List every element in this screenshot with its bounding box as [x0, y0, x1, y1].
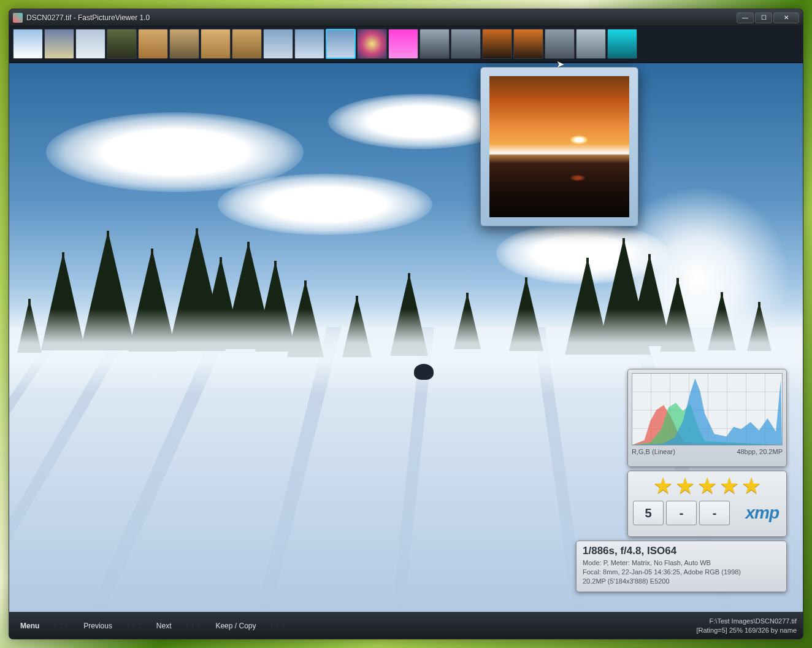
thumbnail[interactable] — [513, 29, 543, 59]
thumbnail[interactable] — [169, 29, 199, 59]
menu-button[interactable]: Menu — [15, 619, 44, 633]
status-label: [Rating=5] 25% 169/326 by name — [696, 626, 797, 635]
thumbnail-preview-popup — [480, 67, 638, 226]
app-window: DSCN0277.tif - FastPictureViewer 1.0 — ☐… — [9, 9, 803, 639]
histogram-mode-label: R,G,B (Linear) — [632, 448, 675, 455]
thumbnail[interactable] — [545, 29, 575, 59]
histogram-panel[interactable]: R,G,B (Linear) 48bpp, 20.2MP — [627, 369, 787, 467]
titlebar: DSCN0277.tif - FastPictureViewer 1.0 — ☐… — [9, 9, 803, 26]
separator-icon: : : : — [270, 622, 285, 629]
thumbnail[interactable] — [357, 29, 387, 59]
thumbnail[interactable] — [138, 29, 168, 59]
star-row: ★ ★ ★ ★ ★ — [633, 475, 781, 497]
exif-line-3: 20.2MP (5'184x3'888) E5200 — [583, 577, 780, 586]
star-3[interactable]: ★ — [697, 475, 717, 497]
xmp-label: xmp — [732, 503, 781, 523]
minimize-button[interactable]: — — [737, 12, 754, 23]
thumbnail[interactable] — [201, 29, 231, 59]
thumbnail[interactable] — [419, 29, 450, 59]
exif-headline: 1/886s, f/4.8, ISO64 — [583, 545, 780, 557]
star-1[interactable]: ★ — [653, 475, 673, 497]
thumbnail[interactable] — [13, 29, 43, 59]
rating-value-box[interactable]: 5 — [633, 501, 664, 525]
window-title: DSCN0277.tif - FastPictureViewer 1.0 — [26, 14, 737, 22]
app-icon — [13, 13, 23, 23]
exif-line-2: Focal: 8mm, 22-Jan-05 14:36:25, Adobe RG… — [583, 568, 780, 577]
thumbnail[interactable] — [326, 29, 356, 59]
thumbnail[interactable] — [294, 29, 324, 59]
star-4[interactable]: ★ — [719, 475, 739, 497]
file-path-label: F:\Test Images\DSCN0277.tif — [696, 617, 797, 626]
thumbnail[interactable] — [263, 29, 293, 59]
thumbnail[interactable] — [482, 29, 512, 59]
bottom-toolbar: Menu : : : Previous : : : Next : : : Kee… — [9, 612, 803, 639]
star-5[interactable]: ★ — [741, 475, 761, 497]
star-2[interactable]: ★ — [675, 475, 695, 497]
next-button[interactable]: Next — [151, 619, 177, 633]
thumbnail[interactable] — [44, 29, 74, 59]
thumbnail[interactable] — [232, 29, 262, 59]
separator-icon: : : : — [186, 622, 201, 629]
histogram-canvas — [632, 373, 783, 446]
thumbnail[interactable] — [75, 29, 105, 59]
preview-image — [489, 76, 629, 217]
reserved-box[interactable]: - — [699, 501, 730, 525]
thumbnail-strip[interactable] — [9, 26, 803, 63]
exif-line-1: Mode: P, Meter: Matrix, No Flash, Auto W… — [583, 558, 780, 568]
exif-panel: 1/886s, f/4.8, ISO64 Mode: P, Meter: Mat… — [576, 541, 787, 592]
rating-panel: ★ ★ ★ ★ ★ 5 - - xmp — [627, 471, 787, 537]
histogram-info-label: 48bpp, 20.2MP — [737, 448, 783, 455]
thumbnail[interactable] — [576, 29, 606, 59]
keep-copy-button[interactable]: Keep / Copy — [210, 619, 261, 633]
previous-button[interactable]: Previous — [79, 619, 117, 633]
color-label-box[interactable]: - — [666, 501, 697, 525]
close-button[interactable]: ✕ — [773, 12, 799, 23]
thumbnail[interactable] — [451, 29, 481, 59]
maximize-button[interactable]: ☐ — [755, 12, 772, 23]
thumbnail[interactable] — [607, 29, 637, 59]
separator-icon: : : : — [127, 622, 142, 629]
thumbnail[interactable] — [107, 29, 137, 59]
separator-icon: : : : — [54, 622, 69, 629]
thumbnail[interactable] — [388, 29, 418, 59]
